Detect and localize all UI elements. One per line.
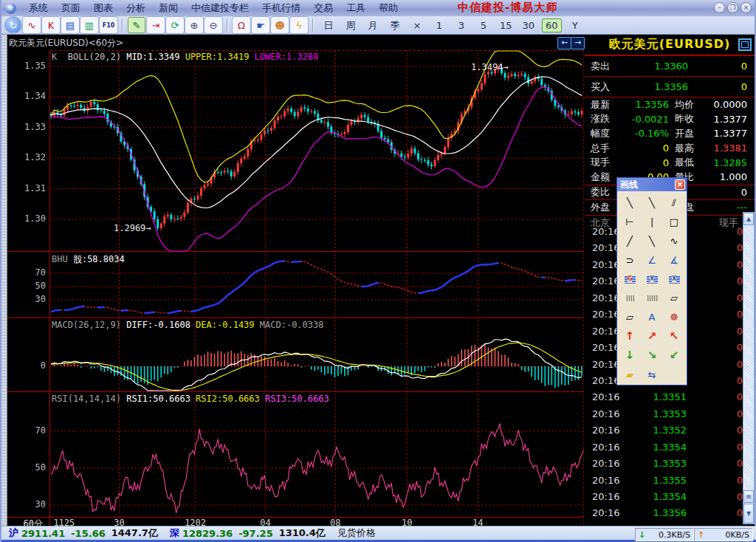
tool-rectangle[interactable]: □ bbox=[663, 213, 685, 232]
period-60[interactable]: 60 bbox=[542, 18, 562, 32]
tool-line[interactable]: ╲ bbox=[619, 193, 641, 213]
tool-arrow-down-left[interactable]: ↙ bbox=[663, 346, 685, 365]
indicator-labels: MACD(26,12,9) DIFF:-0.1608 DEA:-0.1439 M… bbox=[52, 320, 323, 330]
quote-header: 欧元美元(EURUSD) bbox=[585, 35, 755, 56]
system-menu-icon[interactable]: ✳ bbox=[5, 3, 16, 14]
info-browser-button[interactable]: ▥ bbox=[80, 17, 98, 33]
tool-segment[interactable]: ╱ bbox=[619, 232, 641, 251]
palette-title: 画线 bbox=[620, 179, 638, 191]
tool-eraser[interactable]: ▰ bbox=[619, 365, 641, 384]
menu-item-7[interactable]: 交易 bbox=[314, 2, 333, 13]
trend-chart-button[interactable]: ∿ bbox=[23, 17, 41, 33]
tool-parallel-lines[interactable]: ⫽ bbox=[663, 193, 685, 213]
scroll-down-button[interactable]: ▼ bbox=[743, 504, 754, 524]
period-月[interactable]: 月 bbox=[364, 19, 382, 32]
back-button[interactable]: ↻ bbox=[5, 17, 21, 33]
tool-channel[interactable]: ▱ bbox=[663, 289, 685, 308]
draw-line-button[interactable]: ✎ bbox=[128, 17, 145, 33]
tick-list-scrollbar[interactable]: ▲ ≡ ▼ bbox=[743, 212, 755, 524]
kline-chart-button[interactable]: K bbox=[42, 17, 60, 33]
tick-time: 20:16 bbox=[592, 226, 619, 237]
tool-gann-wheel[interactable]: ☸ bbox=[663, 308, 685, 327]
tool-horizontal-line[interactable]: ⊢ bbox=[619, 213, 641, 232]
menu-item-8[interactable]: 工具 bbox=[346, 2, 365, 13]
chart-canvas[interactable] bbox=[1, 35, 585, 526]
tool-arrow-up[interactable]: ↑ bbox=[619, 327, 641, 346]
palette-title-bar[interactable]: 画线 × bbox=[617, 178, 687, 191]
refresh-button[interactable]: ⟳ bbox=[166, 17, 184, 33]
tool-speed-lines[interactable]: ∡ bbox=[663, 250, 685, 270]
period-5[interactable]: 5 bbox=[475, 19, 492, 32]
axis-tick-label: 50 bbox=[7, 281, 46, 291]
tool-cycle-lines[interactable]: ∣∣∣∣ bbox=[619, 289, 641, 308]
period-周[interactable]: 周 bbox=[342, 19, 360, 32]
period-3[interactable]: 3 bbox=[453, 19, 470, 32]
measure-button[interactable]: ⇥ bbox=[147, 17, 165, 33]
fibo-retracement-icon: X bbox=[647, 275, 658, 284]
tool-wave-line[interactable]: ∿ bbox=[663, 232, 685, 251]
shenzhen-change: -97.25 bbox=[238, 528, 273, 539]
palette-close-button[interactable]: × bbox=[675, 179, 685, 190]
pointer-button[interactable]: ☛ bbox=[252, 17, 269, 33]
quote-row-幅度: 幅度-0.16%开盘1.3377 bbox=[585, 126, 755, 141]
quote-restore-icon[interactable] bbox=[738, 38, 752, 51]
lightning-button[interactable]: ϟ bbox=[290, 17, 308, 33]
tool-regression-channel[interactable]: ▱ bbox=[619, 308, 641, 327]
tool-fibo-time-zones[interactable]: ∣∣∣∣∣ bbox=[641, 289, 663, 308]
menu-item-4[interactable]: 新闻 bbox=[159, 2, 178, 13]
tool-arrow-up-left[interactable]: ↖ bbox=[663, 327, 685, 346]
left-splitter[interactable] bbox=[1, 35, 7, 526]
quote-label: 最高 bbox=[675, 142, 694, 155]
scroll-up-button[interactable]: ▲ bbox=[743, 213, 754, 225]
restore-button[interactable]: ❐ bbox=[727, 2, 738, 13]
period-季[interactable]: 季 bbox=[386, 19, 404, 32]
quote-label: 开盘 bbox=[675, 127, 694, 140]
zoom-in-icon: ⊕ bbox=[190, 20, 199, 31]
menu-item-6[interactable]: 手机行情 bbox=[262, 2, 300, 13]
tool-gann-fan[interactable]: ∠ bbox=[641, 250, 663, 270]
tool-arrow-up-right[interactable]: ↗ bbox=[641, 327, 663, 346]
menu-item-1[interactable]: 页面 bbox=[61, 2, 80, 13]
close-button[interactable]: × bbox=[740, 2, 752, 13]
users-button[interactable]: ☻ bbox=[271, 17, 289, 33]
menu-item-2[interactable]: 图表 bbox=[94, 2, 113, 13]
tick-volume: 0 bbox=[737, 507, 743, 518]
period-×[interactable]: × bbox=[408, 19, 426, 32]
tool-text-label[interactable]: A bbox=[641, 308, 663, 327]
zoom-out-button[interactable]: ⊖ bbox=[205, 17, 222, 33]
zoom-in-button[interactable]: ⊕ bbox=[185, 17, 203, 33]
tick-price: 1.3355 bbox=[629, 475, 687, 486]
menu-item-9[interactable]: 帮助 bbox=[379, 2, 398, 13]
alarm-button[interactable]: Ω bbox=[233, 17, 250, 33]
scroll-menu-button[interactable]: ≡ bbox=[743, 490, 754, 503]
menu-item-5[interactable]: 中信建投专栏 bbox=[191, 2, 249, 13]
tool-vertical-line[interactable]: ∣ bbox=[641, 213, 663, 232]
tool-arrow-down-right[interactable]: ↘ bbox=[641, 346, 663, 365]
minimize-button[interactable]: – bbox=[714, 2, 725, 13]
menu-item-0[interactable]: 系统 bbox=[29, 2, 48, 13]
period-30[interactable]: 30 bbox=[520, 19, 538, 32]
axis-tick-label: 70 bbox=[7, 267, 46, 278]
f10-info-button[interactable]: F10 bbox=[100, 17, 117, 33]
tool-arc[interactable]: ⊃ bbox=[619, 250, 641, 270]
tool-arrow-down[interactable]: ↓ bbox=[619, 346, 641, 365]
chart-prev-button[interactable]: ← bbox=[557, 37, 571, 49]
menu-item-3[interactable]: 分析 bbox=[126, 2, 145, 13]
period-Y[interactable]: Y bbox=[566, 19, 584, 32]
tick-time: 20:16 bbox=[592, 475, 619, 486]
tool-undo-redo[interactable]: ⇆ bbox=[641, 365, 663, 384]
tool-fibo-retracement[interactable]: X bbox=[641, 270, 663, 289]
quote-board-button[interactable]: ▤ bbox=[61, 17, 79, 33]
shenzhen-label: 深 bbox=[170, 526, 179, 540]
tick-row: 20:161.33550 bbox=[585, 475, 743, 491]
tool-ray[interactable]: ╲ bbox=[641, 193, 663, 213]
period-1[interactable]: 1 bbox=[430, 19, 448, 32]
period-15[interactable]: 15 bbox=[497, 19, 515, 32]
period-日[interactable]: 日 bbox=[320, 19, 337, 32]
line-icon: ╲ bbox=[627, 197, 633, 208]
tool-gann-grid[interactable]: G bbox=[619, 270, 641, 289]
chart-next-button[interactable]: → bbox=[571, 37, 585, 49]
tool-trend-line[interactable]: ╲ bbox=[641, 232, 663, 251]
tool-fibo-extension[interactable]: X bbox=[663, 270, 685, 289]
quote-row-最新: 最新1.3356均价0.0000 bbox=[585, 97, 755, 112]
